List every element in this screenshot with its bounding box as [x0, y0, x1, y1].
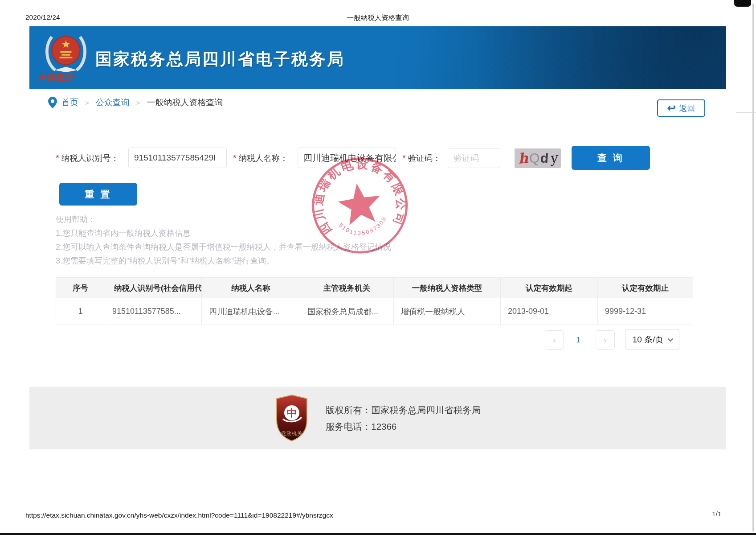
print-page-indicator: 1/1	[712, 510, 722, 518]
breadcrumb: 首页 > 公众查询 > 一般纳税人资格查询	[48, 89, 223, 116]
taxpayer-name-input[interactable]	[298, 148, 396, 168]
scanned-tax-page: 2020/12/24 一般纳税人资格查询 中国税务 国家税务总局四川省电子税务局…	[0, 0, 756, 535]
breadcrumb-public-query-link[interactable]: 公众查询	[96, 97, 130, 108]
chevron-right-icon: ›	[604, 335, 606, 345]
taxpayer-id-label: *纳税人识别号：	[56, 148, 119, 168]
taxpayer-name-label: *纳税人名称：	[233, 148, 288, 168]
scan-artifact	[0, 533, 756, 535]
breadcrumb-bar: 首页 > 公众查询 > 一般纳税人资格查询 ↩ 返回	[29, 89, 726, 116]
captcha-input[interactable]	[448, 148, 500, 168]
results-table: 序号 纳税人识别号(社会信用代码) 纳税人名称 主管税务机关 一般纳税人资格类型…	[56, 277, 693, 325]
svg-text:中: 中	[286, 407, 297, 419]
copyright-line: 版权所有：国家税务总局四川省税务局	[326, 402, 481, 418]
service-phone-line: 服务电话：12366	[326, 418, 481, 435]
breadcrumb-home-link[interactable]: 首页	[61, 97, 78, 108]
usage-help: 使用帮助： 1.您只能查询省内一般纳税人资格信息 2.您可以输入查询条件查询纳税…	[56, 213, 391, 268]
page-size-dropdown[interactable]: 10 条/页	[625, 329, 679, 350]
help-line: 1.您只能查询省内一般纳税人资格信息	[56, 226, 391, 240]
query-button[interactable]: 查 询	[572, 146, 650, 170]
taxpayer-id-label-text: 纳税人识别号：	[61, 153, 119, 163]
required-mark: *	[56, 153, 59, 163]
col-header-valid-to: 认定有效期止	[598, 278, 693, 298]
cell-taxpayer-id: 91510113577585...	[105, 298, 202, 325]
captcha-char: y	[548, 151, 558, 165]
help-title: 使用帮助：	[56, 213, 391, 226]
breadcrumb-separator: >	[136, 99, 140, 107]
back-button[interactable]: ↩ 返回	[657, 99, 705, 117]
tax-emblem-icon	[41, 31, 91, 74]
scan-artifact	[736, 112, 756, 113]
captcha-image[interactable]: h Q d y	[515, 148, 561, 168]
scan-artifact	[752, 4, 754, 531]
page-size-label: 10 条/页	[633, 334, 664, 346]
scan-artifact	[734, 0, 751, 7]
reset-button[interactable]: 重 置	[59, 183, 137, 206]
col-header-qualification-type: 一般纳税人资格类型	[394, 278, 501, 298]
captcha-label: *验证码：	[402, 148, 441, 168]
col-header-tax-authority: 主管税务机关	[300, 278, 394, 298]
cell-tax-authority: 国家税务总局成都...	[300, 298, 394, 325]
footer-text: 版权所有：国家税务总局四川省税务局 服务电话：12366	[326, 402, 481, 435]
taxpayer-name-label-text: 纳税人名称：	[239, 153, 288, 163]
taxpayer-id-input[interactable]	[128, 148, 227, 168]
chevron-down-icon	[668, 336, 674, 342]
captcha-label-text: 验证码：	[408, 153, 441, 163]
location-pin-icon	[48, 97, 57, 108]
badge-label: 党政机关	[281, 431, 302, 436]
help-line: 3.您需要填写完整的"纳税人识别号"和"纳税人名称"进行查询。	[56, 254, 391, 268]
next-page-button[interactable]: ›	[596, 330, 615, 350]
site-title: 国家税务总局四川省电子税务局	[95, 48, 345, 70]
cell-valid-to: 9999-12-31	[598, 298, 693, 325]
col-header-valid-from: 认定有效期起	[501, 278, 598, 298]
government-badge-icon: 中 党政机关	[275, 394, 309, 442]
help-line: 2.您可以输入查询条件查询纳税人是否属于增值税一般纳税人，并查看一般纳税人资格登…	[56, 240, 391, 254]
page-footer: 中 党政机关 版权所有：国家税务总局四川省税务局 服务电话：12366	[29, 387, 726, 449]
site-banner: 中国税务 国家税务总局四川省电子税务局	[29, 26, 726, 89]
cell-valid-from: 2013-09-01	[501, 298, 598, 325]
page-number[interactable]: 1	[572, 330, 584, 350]
cell-index: 1	[56, 298, 105, 325]
cell-taxpayer-name: 四川迪瑞机电设备...	[202, 298, 300, 325]
breadcrumb-current: 一般纳税人资格查询	[147, 97, 223, 108]
captcha-char: Q	[529, 152, 539, 165]
col-header-taxpayer-id: 纳税人识别号(社会信用代码)	[105, 278, 202, 298]
captcha-char: d	[540, 151, 549, 165]
chevron-left-icon: ‹	[553, 335, 556, 345]
required-mark: *	[402, 153, 406, 163]
col-header-index: 序号	[56, 278, 105, 298]
print-doc-title: 一般纳税人资格查询	[0, 13, 756, 23]
print-url: https://etax.sichuan.chinatax.gov.cn/yhs…	[25, 511, 333, 519]
previous-page-button[interactable]: ‹	[545, 330, 564, 350]
cell-qualification-type: 增值税一般纳税人	[394, 298, 501, 325]
breadcrumb-separator: >	[85, 99, 89, 107]
required-mark: *	[233, 153, 237, 163]
captcha-char: h	[518, 151, 529, 165]
return-arrow-icon: ↩	[667, 103, 676, 113]
back-button-label: 返回	[679, 103, 695, 114]
col-header-taxpayer-name: 纳税人名称	[202, 278, 300, 298]
